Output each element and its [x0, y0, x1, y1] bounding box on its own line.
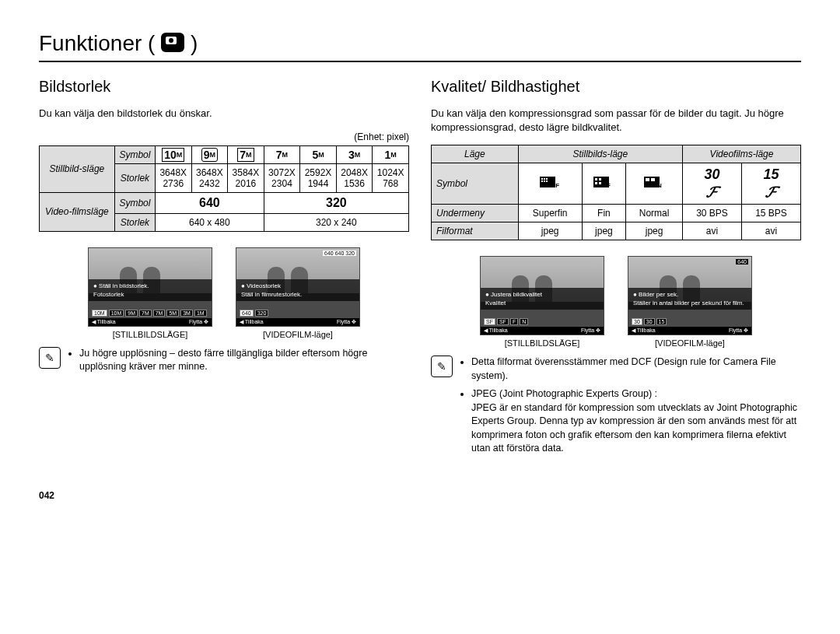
qual-sym-n: N	[626, 163, 683, 205]
video-size-0: 640 x 480	[156, 213, 264, 231]
table-cell: 3584X2016	[228, 163, 264, 192]
table-cell: avi	[742, 222, 801, 240]
table-cell: avi	[683, 222, 742, 240]
still-sym-0: 10M	[156, 145, 192, 163]
svg-rect-18	[651, 178, 655, 181]
preview-video: 640 640 320 ● Videostorlek Ställ in film…	[236, 247, 360, 339]
table-cell: 2592X1944	[300, 163, 337, 192]
row-symbol: Symbol	[432, 163, 519, 205]
still-sym-2: 7M	[228, 145, 264, 163]
table-cell: Superfin	[518, 205, 582, 222]
svg-rect-8	[546, 180, 548, 182]
still-sym-1: 9M	[191, 145, 228, 163]
table-cell: Fin	[582, 205, 626, 222]
caption: [VIDEOFILM-läge]	[628, 338, 752, 348]
preview-still-q: ● Justera bildkvalitet Kvalitet SFSFFN ◀…	[480, 256, 604, 348]
label-size-2: Storlek	[114, 213, 155, 231]
label-symbol: Symbol	[114, 145, 155, 163]
qual-sym-15: 15𝓕	[742, 163, 801, 205]
left-note: ✎ Ju högre upplösning – desto färre till…	[39, 347, 409, 379]
row-group-still: Stillbild-släge	[40, 145, 115, 192]
svg-rect-13	[595, 182, 597, 184]
table-cell: jpeg	[582, 222, 626, 240]
right-column: Kvalitet/ Bildhastighet Du kan välja den…	[431, 70, 801, 461]
video-sym-1: 320	[264, 192, 408, 213]
svg-rect-12	[599, 178, 601, 180]
preview-still: ● Ställ in bildstorlek. Fotostorlek 10M1…	[88, 247, 212, 339]
table-cell: Normal	[626, 205, 683, 222]
note-item-1: JPEG (Joint Photographic Experts Group) …	[471, 387, 801, 456]
left-previews: ● Ställ in bildstorlek. Fotostorlek 10M1…	[39, 247, 409, 339]
svg-rect-5	[546, 178, 548, 180]
svg-rect-4	[544, 178, 545, 180]
svg-rect-7	[544, 180, 545, 182]
quality-table: Läge Stillbilds-läge Videofilms-läge Sym…	[431, 145, 801, 240]
table-cell: 1024X768	[373, 163, 409, 192]
qual-sym-f: F	[582, 163, 626, 205]
right-heading: Kvalitet/ Bildhastighet	[431, 78, 801, 96]
table-cell: 30 BPS	[683, 205, 742, 222]
right-previews: ● Justera bildkvalitet Kvalitet SFSFFN ◀…	[431, 256, 801, 348]
video-size-1: 320 x 240	[264, 213, 408, 231]
fn-icon	[161, 33, 184, 52]
svg-rect-14	[599, 182, 601, 184]
hdr-still: Stillbilds-läge	[518, 145, 682, 163]
still-sym-5: 3M	[336, 145, 373, 163]
caption: [VIDEOFILM-läge]	[236, 330, 360, 339]
note-icon: ✎	[431, 356, 453, 377]
note-item-0: Detta filformat överensstämmer med DCF (…	[471, 356, 801, 383]
video-sym-0: 640	[156, 192, 264, 213]
svg-rect-11	[595, 178, 597, 180]
left-heading: Bildstorlek	[39, 78, 409, 96]
qual-sym-sf: SF	[518, 163, 582, 205]
svg-text:F: F	[607, 182, 611, 189]
still-sym-3: 7M	[264, 145, 300, 163]
row-format: Filformat	[432, 222, 519, 240]
image-size-table: Stillbild-släge Symbol 10M 9M 7M 7M 5M 3…	[39, 145, 409, 232]
still-sym-4: 5M	[300, 145, 337, 163]
table-cell: 3072X2304	[264, 163, 300, 192]
right-note: ✎ Detta filformat överensstämmer med DCF…	[431, 356, 801, 461]
table-cell: jpeg	[626, 222, 683, 240]
note-icon: ✎	[39, 347, 61, 369]
hdr-mode: Läge	[432, 145, 519, 163]
hdr-video: Videofilms-läge	[683, 145, 801, 163]
title-suffix: )	[191, 31, 198, 55]
left-column: Bildstorlek Du kan välja den bildstorlek…	[39, 70, 409, 461]
row-group-video: Video-filmsläge	[40, 192, 115, 231]
table-cell: jpeg	[518, 222, 582, 240]
table-cell: 3648X2432	[191, 163, 228, 192]
unit-label: (Enhet: pixel)	[39, 131, 409, 142]
table-cell: 2048X1536	[336, 163, 373, 192]
still-sym-6: 1M	[373, 145, 409, 163]
caption: [STILLBILDSLÄGE]	[88, 330, 212, 339]
table-cell: 15 BPS	[742, 205, 801, 222]
caption: [STILLBILDSLÄGE]	[480, 338, 604, 348]
table-cell: 3648X2736	[156, 163, 192, 192]
page-title: Funktioner ( )	[39, 31, 801, 62]
svg-rect-17	[646, 178, 649, 181]
row-submenu: Undermeny	[432, 205, 519, 222]
qual-sym-30: 30𝓕	[683, 163, 742, 205]
label-size-1: Storlek	[114, 163, 155, 192]
title-prefix: Funktioner (	[39, 31, 155, 55]
note-text: Ju högre upplösning – desto färre tillgä…	[79, 347, 409, 374]
label-symbol-2: Symbol	[114, 192, 155, 213]
left-desc: Du kan välja den bildstorlek du önskar.	[39, 107, 409, 121]
svg-text:N: N	[657, 182, 662, 189]
svg-rect-3	[541, 178, 543, 180]
right-desc: Du kan välja den kompressionsgrad som pa…	[431, 107, 801, 134]
preview-video-q: 640 ● Bilder per sek. Ställer in antal b…	[628, 256, 752, 348]
page-number: 042	[39, 490, 801, 501]
svg-rect-6	[541, 180, 543, 182]
svg-text:SF: SF	[551, 182, 559, 189]
svg-point-1	[169, 38, 173, 43]
